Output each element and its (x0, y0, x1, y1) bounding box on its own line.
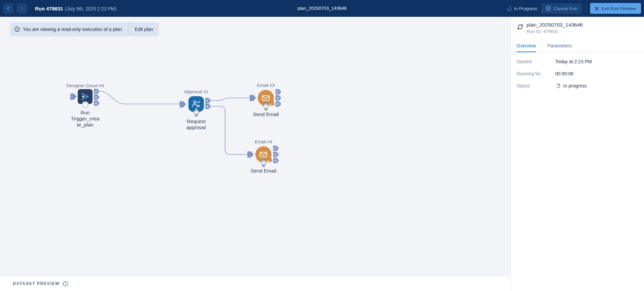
chevron-right-icon (20, 6, 24, 11)
run-details-panel: plan_20250703_143646 Run ID: 479831 Over… (510, 17, 644, 291)
topbar-divider (586, 3, 586, 13)
node-label: Run Trigger_crea te_plan (58, 110, 112, 128)
run-status-text: In Progress (514, 6, 537, 11)
panel-run-id: Run ID: 479831 (527, 29, 583, 34)
readonly-banner: You are viewing a read-only execution of… (10, 22, 159, 36)
run-plan-glyph (79, 91, 91, 102)
nav-forward-button[interactable] (16, 3, 27, 14)
detail-row-status: Status (516, 82, 638, 89)
node-label: Request approval (169, 118, 223, 131)
run-status-indicator: In Progress (507, 6, 537, 11)
waiting-watch-icon (193, 108, 200, 118)
node-label: Send Email (239, 111, 293, 117)
close-icon (595, 7, 599, 10)
banner-message: You are viewing a read-only execution of… (23, 27, 123, 32)
connection-lines (0, 17, 510, 276)
exit-run-preview-button[interactable]: Exit Run Preview (590, 3, 641, 14)
panel-plan-title: plan_20250703_143646 (527, 22, 583, 28)
exit-run-preview-label: Exit Run Preview (602, 6, 636, 11)
node-title: Approval #1 (169, 89, 223, 94)
info-icon[interactable] (63, 281, 68, 287)
topbar-actions: In Progress Cancel Run Exit Run Preview (507, 0, 641, 17)
plan-canvas[interactable]: Designer Cloud #4 ✓ > × Run Trigger_crea… (0, 17, 510, 276)
overview-details: Started Today at 2:23 PM Running for 00:… (516, 58, 638, 95)
waiting-watch-icon (260, 158, 267, 169)
panel-tabs: Overview Parameters (511, 43, 644, 52)
cancel-run-label: Cancel Run (554, 6, 578, 11)
node-title: Email #3 (239, 83, 293, 88)
topbar: Run 479831(July 9th, 2025 2:23 PM) plan_… (0, 0, 644, 17)
tab-parameters[interactable]: Parameters (547, 43, 572, 51)
node-title: Designer Cloud #4 (58, 83, 112, 88)
running-spinner-icon (81, 101, 89, 110)
run-heading: Run 479831(July 9th, 2025 2:23 PM) (35, 6, 116, 11)
dataset-preview-bar[interactable]: DATASET PREVIEW (0, 276, 510, 291)
node-label: Send Email (237, 168, 290, 174)
plan-title: plan_20250703_143646 (297, 0, 347, 17)
status-value: In progress (563, 83, 587, 88)
waiting-watch-icon (262, 102, 270, 112)
cancel-circle-icon (546, 6, 551, 11)
run-title: Run 479831 (35, 6, 63, 11)
info-icon (14, 27, 20, 32)
edit-plan-link[interactable]: Edit plan (129, 22, 159, 36)
plan-snapshot-icon (516, 23, 524, 34)
nav-back-button[interactable] (3, 3, 13, 14)
panel-header: plan_20250703_143646 Run ID: 479831 (516, 22, 583, 34)
dataset-preview-title: DATASET PREVIEW (13, 281, 60, 286)
status-spinner-icon (555, 83, 561, 89)
run-timestamp: (July 9th, 2025 2:23 PM) (65, 6, 116, 11)
run-preview-window: Run 479831(July 9th, 2025 2:23 PM) plan_… (0, 0, 644, 291)
detail-row-running-for: Running for 00:00:06 (516, 70, 638, 77)
detail-row-started: Started Today at 2:23 PM (516, 58, 638, 65)
node-title: Email #4 (237, 139, 290, 144)
cancel-run-button[interactable]: Cancel Run (541, 3, 582, 14)
tab-overview[interactable]: Overview (516, 43, 536, 52)
progress-spinner-icon (506, 5, 512, 11)
chevron-left-icon (6, 6, 11, 11)
